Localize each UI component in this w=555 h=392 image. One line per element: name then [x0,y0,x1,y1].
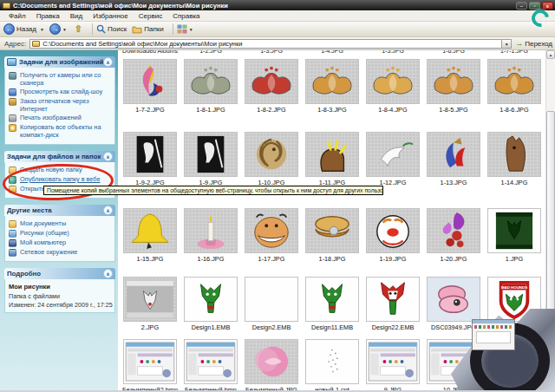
file-name: Безымянный.JPG [245,386,297,392]
file-name: 1-8-1.JPG [196,106,225,114]
views-icon [177,24,187,34]
file-item[interactable]: 1-18.JPG [302,208,362,263]
file-thumbnail-blank [245,277,298,322]
file-item[interactable]: 1-8-6.JPG [484,59,545,114]
forward-button[interactable]: → ▼ [49,23,69,35]
task-network-places[interactable]: Сетевое окружение [9,249,113,257]
up-button[interactable]: ⇧ [72,23,85,35]
file-thumbnail-face_bw [184,132,238,177]
file-name: Design1.EMB [192,323,231,331]
file-item[interactable]: Design1.EMB [180,277,241,331]
file-item[interactable]: 1-8-1.JPG [180,59,241,114]
file-item[interactable]: 1-7-2.JPG [120,59,180,114]
file-item[interactable]: 2.JPG [120,277,180,331]
task-prints-order[interactable]: Заказ отпечатков через Интернет [9,98,113,113]
search-button[interactable]: Поиск [96,24,128,34]
address-folder-icon [32,41,40,47]
chevron-up-icon[interactable]: ∧ [103,152,113,161]
menu-файл[interactable]: Файл [3,12,31,20]
task-my-documents[interactable]: Мои документы [9,220,113,228]
file-item[interactable]: 1-14.JPG [484,132,545,186]
file-item[interactable]: 1-10.JPG [241,132,302,186]
file-item[interactable]: 1-8-5.JPG [423,59,484,114]
file-item[interactable]: новый-1.cpt [302,339,362,392]
task-label: Копировать все объекты на компакт-диск [20,124,113,139]
file-item[interactable]: Безымянный2.bmp [120,339,180,392]
maximize-button[interactable]: ▫ [529,2,540,10]
task-label: Создать новую папку [20,167,82,174]
file-item[interactable]: Design11.EMB [302,277,362,331]
menu-вид[interactable]: Вид [65,12,88,20]
file-item[interactable]: Design22.EMB [362,277,423,331]
publish-web-icon [9,176,16,184]
panel-header-picture-tasks[interactable]: Задачи для изображений∧ [4,56,115,68]
menu-избранное[interactable]: Избранное [88,12,134,20]
file-item[interactable]: 1-17.JPG [241,208,302,263]
task-my-computer[interactable]: Мой компьютер [9,239,113,247]
file-item[interactable]: 1-12.JPG [362,132,423,186]
file-item[interactable]: Design2.EMB [241,277,302,331]
file-item[interactable]: 1-15.JPG [120,208,180,263]
task-publish-web[interactable]: Опубликовать папку в вебе [9,176,113,184]
file-thumbnail-abstract [427,208,480,253]
file-item[interactable]: 1-9.JPG [180,132,241,186]
chevron-up-icon[interactable]: ∧ [103,206,113,215]
file-thumbnail-app_shot [123,277,177,322]
title-bar: C:\Documents and Settings\мой офис\Мои д… [0,0,555,10]
file-thumbnail-lotus [487,59,541,104]
minimize-button[interactable]: – [516,2,527,10]
task-shared-pictures[interactable]: Рисунки (общие) [9,230,113,238]
file-item[interactable]: Безымянный.JPG [241,339,302,392]
file-item[interactable]: 1-9-2.JPG [120,132,180,186]
views-button[interactable]: ▼ [177,24,195,34]
address-input[interactable]: C:\Documents and Settings\мой офис\Мои д… [29,39,502,49]
task-printer[interactable]: Печать изображений [9,114,113,122]
panel-body-other-places: Мои документыРисунки (общие)Мой компьюте… [4,216,115,262]
file-item[interactable]: 1.JPG [484,208,545,263]
folders-button[interactable]: Папки [132,25,166,34]
details-folder-name: Мои рисунки [9,283,113,291]
views-dropdown-icon[interactable]: ▼ [189,27,193,32]
sidebar: Задачи для изображений∧Получить от камер… [0,50,118,392]
folders-icon [132,25,142,34]
back-button[interactable]: ← Назад ▼ [3,23,46,35]
back-dropdown-icon[interactable]: ▼ [40,27,44,32]
file-item[interactable]: 1-8-4.JPG [362,59,423,114]
task-slideshow[interactable]: Просмотреть как слайд-шоу [9,88,113,96]
file-item[interactable]: 1-16.JPG [180,208,241,263]
clipped-file-label: 1-3.JPG [241,50,302,55]
close-button[interactable]: x [542,2,553,10]
printer-icon [9,114,16,122]
forward-dropdown-icon[interactable]: ▼ [62,27,67,32]
task-cd-copy[interactable]: Копировать все объекты на компакт-диск [9,124,113,139]
file-row: 1-15.JPG1-16.JPG1-17.JPG1-18.JPG1-19.JPG… [120,208,545,263]
file-name: Design22.EMB [372,323,415,331]
panel-header-details[interactable]: Подробно∧ [4,268,115,279]
new-folder-icon [9,167,16,174]
menu-правка[interactable]: Правка [31,12,65,20]
panel-header-file-tasks[interactable]: Задачи для файлов и папок∧ [4,151,115,162]
my-computer-icon [9,239,16,247]
file-thumbnail-wolf_green [184,277,238,322]
file-item[interactable]: Безымянный.bmp [180,339,241,392]
file-item[interactable]: 9.JPG [362,339,423,392]
file-item[interactable]: 1-8-3.JPG [302,59,362,114]
file-item[interactable]: 1-11.JPG [302,132,362,186]
chevron-up-icon[interactable]: ∧ [103,269,113,278]
file-name: 9.JPG [384,386,402,392]
go-button[interactable]: → Переход [515,39,552,48]
chevron-up-icon[interactable]: ∧ [103,57,113,67]
address-dropdown-icon[interactable]: ▼ [502,39,512,49]
svg-text:MAD HOUNDS: MAD HOUNDS [501,285,527,290]
panel-header-other-places[interactable]: Другие места∧ [4,205,115,216]
menu-сервис[interactable]: Сервис [134,12,167,20]
file-item[interactable]: 1-20.JPG [423,208,484,263]
file-item[interactable]: 1-8-2.JPG [241,59,302,114]
file-item[interactable]: 1-13.JPG [423,132,484,186]
scroll-up-icon[interactable]: ▲ [546,50,555,59]
task-new-folder[interactable]: Создать новую папку [9,167,113,174]
file-item[interactable]: 1-19.JPG [362,208,423,263]
menu-справка[interactable]: Справка [167,12,205,20]
sidebar-panel-other-places: Другие места∧Мои документыРисунки (общие… [4,205,115,262]
task-camera[interactable]: Получить от камеры или со сканера [9,72,113,87]
